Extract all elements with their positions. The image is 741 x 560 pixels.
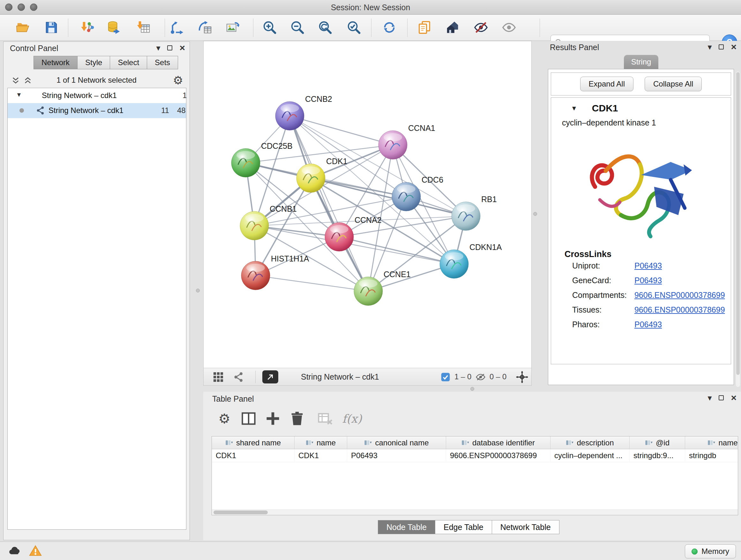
- panel-float-icon[interactable]: [167, 45, 172, 51]
- results-panel: Results Panel ▾ × String Expand All Coll…: [539, 41, 741, 390]
- network-row[interactable]: String Network – cdk1 11 48: [8, 103, 186, 118]
- panel-close-icon[interactable]: ×: [731, 42, 737, 52]
- zoom-selected-icon: [347, 20, 361, 35]
- column-header-name[interactable]: name: [294, 436, 347, 449]
- grid-view-icon[interactable]: [212, 371, 224, 383]
- copy-document-icon: [417, 20, 432, 35]
- panel-menu-icon[interactable]: ▾: [156, 44, 160, 52]
- show-columns-icon[interactable]: [240, 410, 257, 427]
- tab-node-table[interactable]: Node Table: [378, 520, 435, 534]
- detach-view-button[interactable]: [262, 370, 278, 383]
- copy-button[interactable]: [416, 19, 432, 36]
- import-table-from-file-button[interactable]: [136, 19, 151, 36]
- panel-float-icon[interactable]: [719, 44, 724, 50]
- results-scrollbar[interactable]: [736, 71, 740, 387]
- import-network-from-database-button[interactable]: [106, 19, 122, 36]
- network-view[interactable]: CCNB2CCNA1CDC25BCDK1CDC6RB1CCNB1CCNA2CDK…: [203, 41, 532, 386]
- import-network-from-file-button[interactable]: [79, 19, 95, 36]
- hide-annotations-button[interactable]: [473, 19, 489, 36]
- zoom-out-icon: [290, 20, 305, 35]
- column-header-description[interactable]: description: [550, 436, 630, 449]
- zoom-in-button[interactable]: [262, 19, 278, 36]
- column-header-database-identifier[interactable]: database identifier: [446, 436, 550, 449]
- network-tools-button[interactable]: [169, 19, 185, 36]
- network-canvas[interactable]: CCNB2CCNA1CDC25BCDK1CDC6RB1CCNB1CCNA2CDK…: [204, 41, 531, 368]
- delete-column-trash-icon[interactable]: [289, 410, 306, 427]
- scrollbar-thumb[interactable]: [213, 510, 268, 514]
- panel-menu-icon[interactable]: ▾: [708, 394, 712, 402]
- protein-expander-icon[interactable]: ▼: [571, 105, 577, 112]
- export-image-button[interactable]: [225, 19, 241, 36]
- crosslink-compartments-link[interactable]: 9606.ENSP00000378699: [634, 291, 725, 300]
- crosslink-pharos-link[interactable]: P06493: [634, 320, 662, 329]
- panel-close-icon[interactable]: ×: [179, 43, 185, 53]
- collection-expander-icon[interactable]: ▼: [16, 91, 22, 98]
- collapse-all-button[interactable]: Collapse All: [645, 77, 702, 91]
- refresh-layout-button[interactable]: [381, 19, 397, 36]
- show-annotations-button[interactable]: [501, 19, 517, 36]
- panel-menu-icon[interactable]: ▾: [708, 43, 712, 51]
- network-edge[interactable]: [290, 116, 393, 145]
- pan-crosshair-icon[interactable]: [516, 371, 529, 383]
- table-horizontal-scrollbar[interactable]: [212, 509, 738, 515]
- node-label-CCNE1: CCNE1: [384, 270, 411, 279]
- crosslink-genecard-link[interactable]: P06493: [634, 276, 662, 285]
- expand-all-button[interactable]: Expand All: [580, 77, 633, 91]
- selected-checkbox-icon[interactable]: [441, 372, 451, 382]
- save-session-button[interactable]: [44, 19, 59, 36]
- panel-float-icon[interactable]: [719, 395, 724, 400]
- protein-name: CDK1: [592, 103, 618, 114]
- table-cell[interactable]: P06493: [347, 449, 446, 462]
- tab-select[interactable]: Select: [110, 56, 147, 69]
- network-label: String Network – cdk1: [49, 106, 124, 115]
- create-column-plus-icon[interactable]: [265, 410, 281, 427]
- fit-content-button[interactable]: [317, 19, 333, 36]
- splitter-handle[interactable]: [470, 387, 474, 391]
- zoom-out-button[interactable]: [289, 19, 306, 36]
- crosslink-uniprot-link[interactable]: P06493: [634, 261, 662, 270]
- table-cell[interactable]: CDK1: [294, 449, 347, 462]
- table-cell[interactable]: 9606.ENSP00000378699: [446, 449, 550, 462]
- function-builder-icon[interactable]: f(x): [338, 410, 366, 427]
- tab-style[interactable]: Style: [77, 56, 110, 69]
- network-edge[interactable]: [256, 275, 368, 291]
- column-header-canonical-name[interactable]: canonical name: [347, 436, 446, 449]
- open-session-button[interactable]: [15, 19, 31, 36]
- node-label-CCNB2: CCNB2: [305, 95, 332, 104]
- new-network-from-selection-button[interactable]: [197, 19, 213, 36]
- network-overview-icon[interactable]: [233, 371, 245, 383]
- network-edge[interactable]: [339, 237, 454, 264]
- gear-icon[interactable]: ⚙: [173, 74, 183, 87]
- tab-network-table[interactable]: Network Table: [492, 520, 559, 534]
- table-cell[interactable]: stringdb: [685, 449, 738, 462]
- hidden-eye-icon[interactable]: [475, 372, 486, 382]
- tab-network[interactable]: Network: [33, 56, 77, 69]
- column-header-namespace[interactable]: namespace: [685, 436, 738, 449]
- splitter-handle[interactable]: [196, 289, 200, 293]
- table-settings-gear-icon[interactable]: ⚙: [216, 410, 232, 427]
- table-cell[interactable]: CDK1: [212, 449, 294, 462]
- crosslink-tissues-link[interactable]: 9606.ENSP00000378699: [634, 305, 725, 314]
- node-label-HIST1H1A: HIST1H1A: [271, 254, 309, 263]
- tab-string-results[interactable]: String: [624, 55, 658, 69]
- network-edge[interactable]: [290, 116, 368, 291]
- main-area: Control Panel ▾ × Network Style Select S…: [0, 41, 741, 542]
- column-header-shared-name[interactable]: shared name: [212, 436, 294, 449]
- scrollbar-thumb[interactable]: [736, 72, 740, 375]
- table-row[interactable]: CDK1CDK1P064939606.ENSP00000378699cyclin…: [212, 449, 738, 462]
- warning-icon[interactable]: [28, 544, 43, 558]
- table-cell[interactable]: stringdb:9...: [630, 449, 685, 462]
- tab-sets[interactable]: Sets: [147, 56, 178, 69]
- control-panel-title: Control Panel: [10, 44, 58, 53]
- genemania-button[interactable]: [445, 19, 461, 36]
- tab-edge-table[interactable]: Edge Table: [435, 520, 492, 534]
- cloud-icon[interactable]: [7, 544, 22, 558]
- memory-button[interactable]: Memory: [685, 544, 736, 558]
- column-header--id[interactable]: @id: [630, 436, 685, 449]
- panel-close-icon[interactable]: ×: [731, 393, 737, 402]
- zoom-selected-button[interactable]: [346, 19, 362, 36]
- table-cell[interactable]: cyclin–dependent ...: [550, 449, 630, 462]
- column-type-icon: [645, 440, 653, 446]
- network-collection-row[interactable]: ▼ String Network – cdk1 1: [8, 88, 186, 103]
- splitter-handle[interactable]: [533, 212, 537, 216]
